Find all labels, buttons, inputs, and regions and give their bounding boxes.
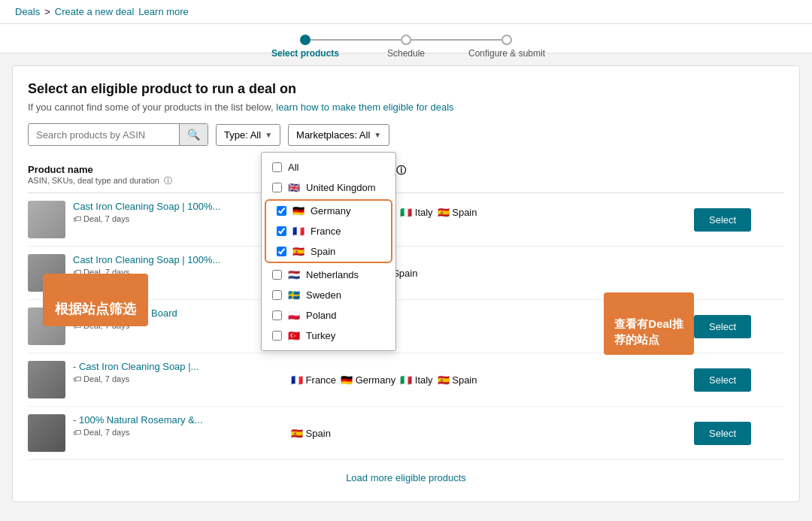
product-name-1[interactable]: Cast Iron Cleaning Soap | 100%...: [73, 201, 220, 212]
table-row: Cast Iron Cleaning Soap | 100%... 🏷 Deal…: [28, 193, 784, 247]
deal-icon-5: 🏷: [73, 428, 81, 437]
dropdown-item-se[interactable]: 🇸🇪 Sweden: [262, 285, 395, 305]
checkbox-fr[interactable]: [277, 226, 286, 236]
breadcrumb-deals[interactable]: Deals: [15, 6, 40, 17]
product-thumbnail-1: [28, 201, 65, 238]
subtitle-text: If you cannot find some of your products…: [28, 101, 274, 113]
info-icon: ⓘ: [164, 176, 172, 185]
flags-row-5a: 🇪🇸 Spain: [291, 428, 331, 439]
dropdown-item-uk[interactable]: 🇬🇧 United Kingdom: [262, 177, 395, 198]
flag-tr-icon: 🇹🇷: [288, 330, 300, 341]
type-filter-button[interactable]: Type: All ▼: [216, 124, 280, 146]
dropdown-label-tr: Turkey: [306, 330, 335, 341]
col-product-sub: ASIN, SKUs, deal type and duration ⓘ: [28, 175, 291, 186]
select-button-1[interactable]: Select: [694, 208, 751, 232]
marketplaces-cell-5: 🇪🇸 Spain: [291, 428, 694, 439]
page-subtitle: If you cannot find some of your products…: [28, 101, 784, 113]
flag-fr-icon: 🇫🇷: [292, 226, 304, 237]
dropdown-label-se: Sweden: [306, 289, 341, 301]
subtitle-link[interactable]: learn how to make them eligible for deal…: [276, 101, 453, 113]
filter-annotation-text: 根据站点筛选: [55, 301, 136, 317]
checkbox-de[interactable]: [277, 206, 286, 216]
step-configure: Configure & submit: [501, 35, 512, 45]
flag-se-icon: 🇸🇪: [288, 289, 300, 301]
market-it-1: 🇮🇹 Italy: [400, 207, 432, 218]
main-content: Select an eligible product to run a deal…: [12, 65, 800, 502]
table-header: Product name ASIN, SKUs, deal type and d…: [28, 158, 784, 193]
checkbox-tr[interactable]: [272, 331, 282, 341]
flag-es-icon: 🇪🇸: [292, 246, 304, 257]
dropdown-label-pl: Poland: [306, 310, 336, 321]
marketplace-dropdown: All 🇬🇧 United Kingdom 🇩🇪 Germany 🇫🇷 Fran…: [261, 152, 396, 351]
step-label-1: Select products: [271, 48, 339, 59]
checkbox-uk[interactable]: [272, 183, 282, 192]
product-name-4[interactable]: - Cast Iron Cleaning Soap |...: [73, 361, 198, 372]
filter-annotation: 根据站点筛选: [43, 274, 148, 326]
dropdown-item-nl[interactable]: 🇳🇱 Netherlands: [262, 265, 395, 285]
search-box[interactable]: 🔍: [28, 123, 208, 146]
market-de-4: 🇩🇪 Germany: [341, 374, 395, 386]
step-line-2: [411, 39, 501, 41]
flag-uk-icon: 🇬🇧: [288, 182, 300, 193]
type-filter-arrow-icon: ▼: [265, 131, 272, 139]
dropdown-item-tr[interactable]: 🇹🇷 Turkey: [262, 326, 395, 346]
product-cell-1: Cast Iron Cleaning Soap | 100%... 🏷 Deal…: [28, 201, 291, 238]
action-cell-3: Select: [694, 315, 784, 338]
product-name-2[interactable]: Cast Iron Cleaning Soap | 100%...: [73, 254, 220, 265]
marketplace-filter-button[interactable]: Marketplaces: All ▼: [288, 124, 389, 146]
progress-bar: Select products Schedule Configure & sub…: [0, 24, 812, 53]
market-it-4: 🇮🇹 Italy: [400, 374, 432, 386]
load-more-link[interactable]: Load more eligible products: [334, 460, 478, 495]
checkbox-all[interactable]: [272, 162, 282, 172]
step-line-1: [311, 39, 401, 41]
table-row: - 100% Natural Rosemary &... 🏷 Deal, 7 d…: [28, 407, 784, 460]
action-cell-1: Select: [694, 208, 784, 232]
col-markets-info-icon: ⓘ: [396, 165, 406, 176]
deal-badge-5: 🏷 Deal, 7 days: [73, 428, 129, 437]
dropdown-item-de[interactable]: 🇩🇪 Germany: [266, 201, 391, 221]
type-filter-label: Type: All: [224, 129, 261, 141]
deal-text-1: Deal, 7 days: [83, 214, 129, 223]
filter-row: 🔍 Type: All ▼ Marketplaces: All ▼ All 🇬🇧…: [28, 123, 784, 146]
market-fr-4: 🇫🇷 France: [291, 374, 336, 386]
product-info-1: Cast Iron Cleaning Soap | 100%... 🏷 Deal…: [73, 201, 220, 224]
col-action-header: [694, 164, 784, 186]
product-cell-5: - 100% Natural Rosemary &... 🏷 Deal, 7 d…: [28, 414, 291, 452]
step-label-3: Configure & submit: [468, 48, 545, 59]
breadcrumb-learn[interactable]: Learn more: [138, 6, 188, 17]
breadcrumb: Deals > Create a new deal Learn more: [0, 0, 812, 24]
step-label-2: Schedule: [387, 48, 425, 59]
page-title: Select an eligible product to run a deal…: [28, 81, 784, 97]
select-button-4[interactable]: Select: [694, 368, 751, 392]
product-cell-4: - Cast Iron Cleaning Soap |... 🏷 Deal, 7…: [28, 361, 291, 398]
dropdown-item-fr[interactable]: 🇫🇷 France: [266, 221, 391, 241]
product-thumbnail-5: [28, 414, 65, 452]
dropdown-label-nl: Netherlands: [306, 269, 359, 280]
breadcrumb-sep: >: [44, 6, 50, 17]
search-input[interactable]: [29, 125, 179, 145]
marketplace-filter-arrow-icon: ▼: [374, 131, 381, 139]
checkbox-se[interactable]: [272, 290, 282, 300]
dropdown-item-es[interactable]: 🇪🇸 Spain: [266, 241, 391, 262]
breadcrumb-create[interactable]: Create a new deal: [55, 6, 135, 17]
search-button[interactable]: 🔍: [179, 124, 208, 145]
table-row: - Cast Iron Cleaning Soap |... 🏷 Deal, 7…: [28, 353, 784, 407]
dropdown-item-pl[interactable]: 🇵🇱 Poland: [262, 305, 395, 326]
checkbox-nl[interactable]: [272, 270, 282, 280]
dropdown-item-all[interactable]: All: [262, 157, 395, 177]
deal-icon-4: 🏷: [73, 374, 81, 383]
product-name-5[interactable]: - 100% Natural Rosemary &...: [73, 414, 203, 426]
flag-nl-icon: 🇳🇱: [288, 269, 300, 280]
product-info-5: - 100% Natural Rosemary &... 🏷 Deal, 7 d…: [73, 414, 203, 438]
deal-annotation: 查看有Deal推 荐的站点: [604, 292, 694, 355]
checkbox-pl[interactable]: [272, 310, 282, 320]
market-es-1: 🇪🇸 Spain: [438, 207, 477, 218]
market-es-4: 🇪🇸 Spain: [438, 374, 477, 386]
select-button-5[interactable]: Select: [694, 422, 751, 445]
action-cell-5: Select: [694, 422, 784, 445]
action-cell-4: Select: [694, 368, 784, 392]
deal-badge-4: 🏷 Deal, 7 days: [73, 374, 129, 383]
checkbox-es[interactable]: [277, 247, 286, 256]
select-button-3[interactable]: Select: [694, 315, 751, 338]
deal-text-4: Deal, 7 days: [83, 374, 129, 383]
